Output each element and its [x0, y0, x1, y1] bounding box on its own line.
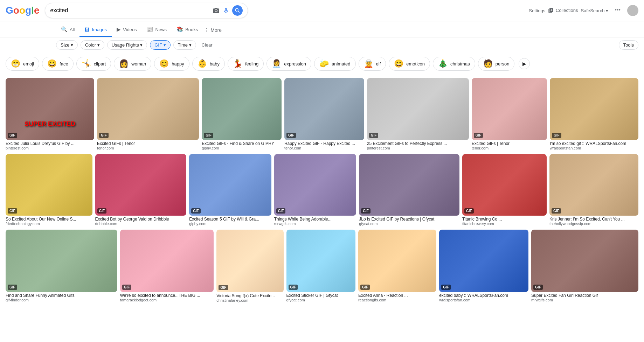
- chips-next-button[interactable]: ▶: [519, 58, 530, 69]
- tab-images[interactable]: 🖼 Images: [79, 23, 112, 37]
- image-card[interactable]: GIFSuper Excited Fan Girl Reaction Gifmr…: [531, 230, 638, 303]
- gif-badge: GIF: [219, 285, 228, 290]
- image-card[interactable]: GIF25 Excitement GIFs to Perfectly Expre…: [367, 78, 469, 151]
- chip-animated[interactable]: 🧽animated: [314, 57, 355, 71]
- image-source: gif-finder.com: [6, 298, 117, 302]
- tab-videos[interactable]: ▶ Videos: [112, 23, 142, 37]
- gif-badge: GIF: [464, 208, 474, 214]
- chip-expression[interactable]: 👩‍💼expression: [266, 57, 311, 71]
- image-source: tenor.com: [97, 146, 199, 150]
- image-title: Excited GIFs | Tenor: [97, 141, 199, 146]
- gif-filter[interactable]: GIF ▾: [150, 40, 170, 50]
- collections-link[interactable]: Collections: [548, 8, 578, 14]
- image-card[interactable]: GIFExcited Bot by George Vald on Dribbbl…: [95, 154, 187, 227]
- image-card[interactable]: GIFVictoria Song f(x) Cute Excite...chri…: [216, 230, 283, 303]
- image-grid-section: SUPER EXCITEDGIFExcited Julia Louis Drey…: [0, 75, 644, 309]
- tab-books[interactable]: 📚 Books: [172, 23, 203, 37]
- chip-face[interactable]: 😀face: [42, 57, 74, 71]
- google-logo[interactable]: Google: [6, 5, 39, 16]
- logo-l: l: [31, 5, 34, 16]
- image-card[interactable]: GIFThings While Being Adorable...mrwgifs…: [274, 154, 356, 227]
- image-card[interactable]: GIFExcited Season 5 GIF by Will & Gra...…: [189, 154, 271, 227]
- gif-badge: GIF: [8, 208, 17, 214]
- all-icon: 🔍: [61, 26, 68, 33]
- gif-badge: GIF: [360, 285, 370, 290]
- image-title: Titanic Brewing Co ...: [462, 217, 547, 222]
- tab-all[interactable]: 🔍 All: [56, 23, 79, 37]
- image-source: mrwgifs.com: [531, 298, 638, 302]
- image-card[interactable]: GIFExcited Sticker GIF | Gfycatgfycat.co…: [286, 230, 356, 303]
- gif-badge: GIF: [8, 285, 17, 290]
- chip-clipart[interactable]: 🤸clipart: [76, 57, 111, 71]
- image-card[interactable]: GIFFind and Share Funny Animated Gifsgif…: [6, 230, 117, 303]
- chip-elf[interactable]: 🧝elf: [359, 57, 386, 71]
- tools-button[interactable]: Tools: [619, 40, 638, 50]
- image-card[interactable]: GIFHappy Excited GIF - Happy Excited ...…: [284, 78, 364, 151]
- chip-emoticon[interactable]: 😄emoticon: [389, 57, 430, 71]
- settings-link[interactable]: Settings: [529, 8, 545, 13]
- logo-o2: o: [19, 5, 25, 16]
- clear-filter-button[interactable]: Clear: [199, 41, 215, 49]
- image-card[interactable]: GIFTitanic Brewing Co ...titanicbrewery.…: [462, 154, 547, 227]
- chip-label: face: [60, 61, 68, 67]
- chip-emoji: 😀: [47, 59, 57, 68]
- gif-badge: GIF: [552, 133, 561, 138]
- chip-baby[interactable]: 👶baby: [192, 57, 225, 71]
- gif-badge: GIF: [8, 133, 17, 138]
- chip-label: expression: [284, 61, 306, 67]
- chip-woman[interactable]: 👩woman: [114, 57, 151, 71]
- gif-badge: GIF: [204, 133, 213, 138]
- chip-emoji: 💃: [233, 59, 242, 68]
- voice-search-button[interactable]: [222, 7, 229, 14]
- chip-christmas[interactable]: 🎄christmas: [433, 57, 475, 71]
- image-card[interactable]: GIFWe're so excited to announce...THE BI…: [120, 230, 214, 303]
- image-card[interactable]: GIFExcited GIFs | Tenortenor.com: [472, 78, 547, 151]
- camera-search-button[interactable]: [213, 7, 220, 14]
- search-button[interactable]: [232, 5, 243, 16]
- search-input[interactable]: [50, 7, 210, 14]
- image-source: tamaracklodgect.com: [120, 298, 214, 302]
- image-card[interactable]: GIFKris Jenner: I'm So Excited, Can't Yo…: [549, 154, 638, 227]
- apps-icon[interactable]: [614, 6, 622, 15]
- color-filter[interactable]: Color ▾: [81, 40, 104, 50]
- image-card[interactable]: GIFExcited Anna - Reaction ...reactiongi…: [358, 230, 436, 303]
- chip-label: clipart: [94, 61, 106, 67]
- image-card[interactable]: GIFSo Excited About Our New Online S...f…: [6, 154, 92, 227]
- image-source: pinterest.com: [6, 146, 94, 150]
- safe-search-link[interactable]: SafeSearch ▾: [581, 8, 608, 13]
- tab-news[interactable]: 📰 News: [142, 23, 172, 37]
- image-source: dribbble.com: [95, 222, 187, 226]
- more-tab-button[interactable]: ⋮ More: [203, 24, 223, 36]
- image-title: I'm so excited gif :: WRALSportsFan.com: [550, 141, 638, 146]
- image-source: wralsportsfan.com: [550, 146, 638, 150]
- size-filter[interactable]: Size ▾: [56, 40, 78, 50]
- gif-badge: GIF: [474, 133, 483, 138]
- chip-label: happy: [172, 61, 184, 67]
- search-bar: [45, 3, 248, 18]
- gif-badge: GIF: [289, 285, 298, 290]
- chip-feeling[interactable]: 💃feeling: [228, 57, 264, 71]
- image-source: wralsportsfan.com: [439, 298, 528, 302]
- image-card[interactable]: GIFJLo Is Excited GIF by Reactions | Gfy…: [359, 154, 459, 227]
- chip-emoji: 🤸: [82, 59, 91, 68]
- usage-rights-filter[interactable]: Usage Rights ▾: [107, 40, 147, 50]
- image-source: reactiongifs.com: [358, 298, 436, 302]
- image-card[interactable]: GIFI'm so excited gif :: WRALSportsFan.c…: [550, 78, 638, 151]
- image-card[interactable]: SUPER EXCITEDGIFExcited Julia Louis Drey…: [6, 78, 94, 151]
- image-card[interactable]: GIFExcited GIFs - Find & Share on GIPHYg…: [202, 78, 282, 151]
- time-filter[interactable]: Time ▾: [173, 40, 196, 50]
- chip-happy[interactable]: 😊happy: [154, 57, 189, 71]
- image-info: Excited Bot by George Vald on Dribbbledr…: [95, 216, 187, 227]
- gif-badge: GIF: [276, 208, 286, 214]
- chip-label: feeling: [245, 61, 258, 67]
- logo-g: G: [6, 5, 13, 16]
- image-card[interactable]: GIFexcited baby :: WRALSportsFan.comwral…: [439, 230, 528, 303]
- image-info: excited baby :: WRALSportsFan.comwralspo…: [439, 292, 528, 303]
- chip-person[interactable]: 🧑person: [478, 57, 515, 71]
- header-right: Settings Collections SafeSearch ▾: [529, 5, 638, 16]
- chip-emoji: 😁: [11, 59, 20, 68]
- image-card[interactable]: GIFExcited GIFs | Tenortenor.com: [97, 78, 199, 151]
- chip-emoji[interactable]: 😁emoji: [6, 57, 39, 71]
- image-title: Excited Season 5 GIF by Will & Gra...: [189, 217, 271, 222]
- avatar[interactable]: [627, 5, 638, 16]
